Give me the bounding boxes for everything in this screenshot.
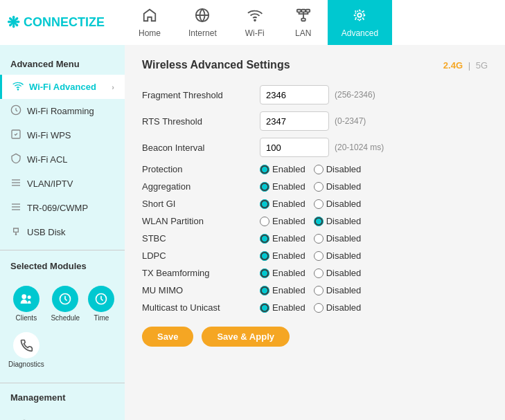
ldpc-disabled-text: Disabled xyxy=(326,250,362,261)
protection-enabled-label[interactable]: Enabled xyxy=(260,164,305,174)
short-gi-enabled-label[interactable]: Enabled xyxy=(260,199,305,209)
aggregation-disabled-radio[interactable] xyxy=(314,182,324,192)
sidebar-item-wifi-acl[interactable]: Wi-Fi ACL xyxy=(0,147,125,172)
protection-enabled-radio[interactable] xyxy=(260,165,269,174)
mgmt-item-password[interactable]: Password xyxy=(7,412,42,420)
wlan-partition-label: WLAN Partition xyxy=(142,216,260,226)
wlan-partition-disabled-label[interactable]: Disabled xyxy=(314,216,362,226)
mu-mimo-disabled-radio[interactable] xyxy=(314,286,324,295)
protection-disabled-radio[interactable] xyxy=(314,165,324,174)
tr069-label: TR-069/CWMP xyxy=(27,203,88,213)
nav-item-lan[interactable]: LAN xyxy=(279,0,328,45)
multicast-unicast-radio-group: EnabledDisabled xyxy=(260,302,361,313)
save-button[interactable]: Save xyxy=(142,327,193,347)
mu-mimo-disabled-text: Disabled xyxy=(326,285,362,295)
band-5g[interactable]: 5G xyxy=(476,60,488,71)
ldpc-disabled-label[interactable]: Disabled xyxy=(314,250,362,261)
content-area: Wireless Advanced Settings 2.4G | 5G Fra… xyxy=(125,45,505,420)
short-gi-disabled-radio[interactable] xyxy=(314,199,324,209)
band-24g[interactable]: 2.4G xyxy=(443,60,463,71)
wlan-partition-disabled-radio[interactable] xyxy=(314,217,324,226)
aggregation-radio-group: EnabledDisabled xyxy=(260,181,361,192)
mgmt-item-reboot[interactable]: Reboot xyxy=(45,412,80,420)
tx-beamforming-enabled-label[interactable]: Enabled xyxy=(260,268,305,278)
svg-point-18 xyxy=(21,294,26,299)
multicast-unicast-enabled-label[interactable]: Enabled xyxy=(260,302,305,313)
short-gi-enabled-text: Enabled xyxy=(272,199,305,209)
aggregation-disabled-label[interactable]: Disabled xyxy=(314,181,362,192)
beacon-interval-label: Beacon Interval xyxy=(142,143,260,153)
sidebar-item-wifi-wps[interactable]: Wi-Fi WPS xyxy=(0,123,125,147)
module-item-clients[interactable]: Clients xyxy=(7,282,46,325)
wifi-wps-label: Wi-Fi WPS xyxy=(27,130,71,140)
sidebar-item-usb-disk[interactable]: USB Disk xyxy=(0,220,125,244)
sidebar-item-wifi-advanced[interactable]: Wi-Fi Advanced› xyxy=(0,75,125,99)
nav-item-internet[interactable]: Internet xyxy=(175,0,231,45)
home-nav-label: Home xyxy=(139,28,161,38)
sidebar-item-tr069[interactable]: TR-069/CWMP xyxy=(0,196,125,220)
tx-beamforming-enabled-radio[interactable] xyxy=(260,268,269,278)
ldpc-enabled-label[interactable]: Enabled xyxy=(260,250,305,261)
stbc-radio-group: EnabledDisabled xyxy=(260,233,361,244)
wifi-wps-icon xyxy=(10,129,21,142)
time-module-icon xyxy=(88,286,114,312)
multicast-unicast-enabled-radio[interactable] xyxy=(260,303,269,313)
multicast-unicast-disabled-label[interactable]: Disabled xyxy=(314,302,362,313)
sidebar-divider-1 xyxy=(0,250,125,250)
wlan-partition-enabled-text: Enabled xyxy=(272,216,305,226)
nav-item-advanced[interactable]: Advanced xyxy=(328,0,392,45)
mgmt-item-config[interactable]: Config xyxy=(83,412,118,420)
aggregation-enabled-radio[interactable] xyxy=(260,182,269,192)
settings-form: Fragment Threshold(256-2346)RTS Threshol… xyxy=(142,85,488,313)
module-item-time[interactable]: Time xyxy=(85,282,118,325)
module-item-diagnostics[interactable]: Diagnostics xyxy=(7,329,46,372)
wlan-partition-enabled-label[interactable]: Enabled xyxy=(260,216,305,226)
clients-module-label: Clients xyxy=(16,314,37,322)
svg-rect-4 xyxy=(305,9,310,12)
svg-point-17 xyxy=(15,234,16,235)
sidebar-item-vlan-iptv[interactable]: VLAN/IPTV xyxy=(0,172,125,196)
stbc-enabled-radio[interactable] xyxy=(260,234,269,244)
clients-module-icon xyxy=(13,286,39,312)
lan-nav-label: LAN xyxy=(295,28,311,38)
main-layout: Advanced Menu Wi-Fi Advanced›Wi-Fi Roamm… xyxy=(0,45,505,420)
module-item-schedule[interactable]: Schedule xyxy=(49,282,82,325)
vlan-iptv-label: VLAN/IPTV xyxy=(27,179,73,189)
short-gi-enabled-radio[interactable] xyxy=(260,199,269,209)
wlan-partition-enabled-radio[interactable] xyxy=(260,217,269,226)
short-gi-radio-group: EnabledDisabled xyxy=(260,199,361,209)
ldpc-enabled-text: Enabled xyxy=(272,250,305,261)
ldpc-disabled-radio[interactable] xyxy=(314,251,324,261)
stbc-disabled-label[interactable]: Disabled xyxy=(314,233,362,244)
svg-point-1 xyxy=(254,19,256,21)
stbc-enabled-label[interactable]: Enabled xyxy=(260,233,305,244)
mu-mimo-disabled-label[interactable]: Disabled xyxy=(314,285,362,295)
rts-threshold-input[interactable] xyxy=(260,111,329,131)
advanced-menu-title: Advanced Menu xyxy=(0,55,125,75)
rts-threshold-label: RTS Threshold xyxy=(142,116,260,127)
protection-disabled-label[interactable]: Disabled xyxy=(314,164,362,174)
protection-disabled-text: Disabled xyxy=(326,164,362,174)
mu-mimo-enabled-radio[interactable] xyxy=(260,286,269,295)
save-apply-button[interactable]: Save & Apply xyxy=(202,327,290,347)
nav-item-wifi[interactable]: Wi-Fi xyxy=(231,0,279,45)
aggregation-enabled-label[interactable]: Enabled xyxy=(260,181,305,192)
stbc-disabled-radio[interactable] xyxy=(314,234,324,244)
tx-beamforming-disabled-label[interactable]: Disabled xyxy=(314,268,362,278)
short-gi-disabled-label[interactable]: Disabled xyxy=(314,199,362,209)
tx-beamforming-disabled-radio[interactable] xyxy=(314,268,324,278)
ldpc-enabled-radio[interactable] xyxy=(260,251,269,261)
usb-disk-label: USB Disk xyxy=(27,227,66,237)
sidebar-item-wifi-roaming[interactable]: Wi-Fi Roamming xyxy=(0,99,125,123)
usb-disk-icon xyxy=(10,226,21,239)
fragment-threshold-hint: (256-2346) xyxy=(335,90,375,100)
multicast-unicast-disabled-radio[interactable] xyxy=(314,303,324,313)
wifi-nav-label: Wi-Fi xyxy=(245,28,265,38)
wlan-partition-radio-group: EnabledDisabled xyxy=(260,216,361,226)
mu-mimo-enabled-label[interactable]: Enabled xyxy=(260,285,305,295)
page-title: Wireless Advanced Settings xyxy=(142,59,290,71)
beacon-interval-input[interactable] xyxy=(260,138,329,157)
stbc-label: STBC xyxy=(142,233,260,244)
nav-item-home[interactable]: Home xyxy=(125,0,175,45)
fragment-threshold-input[interactable] xyxy=(260,85,329,104)
